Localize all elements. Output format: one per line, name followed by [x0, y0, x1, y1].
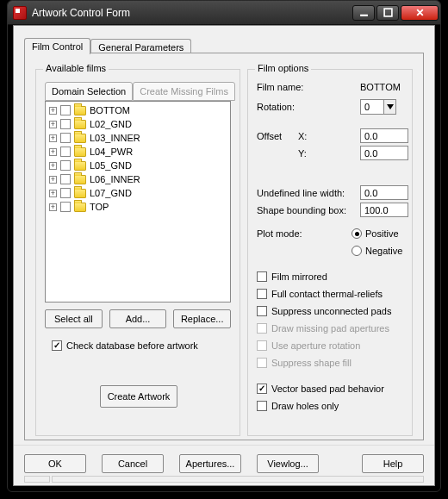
- help-button[interactable]: Help: [362, 454, 424, 473]
- tree-item[interactable]: +L02_GND: [47, 117, 228, 131]
- svg-rect-1: [384, 9, 392, 16]
- maximize-button[interactable]: [376, 5, 399, 21]
- suppress-pads-row[interactable]: Suppress unconnected pads: [257, 304, 391, 318]
- tree-checkbox[interactable]: [60, 147, 71, 157]
- vector-pad-row[interactable]: Vector based pad behavior: [257, 382, 384, 396]
- minimize-button[interactable]: [352, 5, 375, 21]
- title-bar[interactable]: Artwork Control Form: [8, 1, 440, 25]
- close-button[interactable]: [401, 5, 439, 21]
- tree-checkbox[interactable]: [60, 133, 71, 143]
- plot-mode-label: Plot mode:: [257, 228, 352, 239]
- viewlog-button[interactable]: Viewlog...: [257, 454, 319, 473]
- expand-icon[interactable]: +: [49, 203, 57, 211]
- plot-mode-positive-label: Positive: [365, 228, 399, 239]
- tree-item[interactable]: +L03_INNER: [47, 131, 228, 145]
- tree-item[interactable]: +L04_PWR: [47, 145, 228, 159]
- film-mirrored-checkbox[interactable]: [257, 271, 267, 282]
- offset-label: Offset: [257, 131, 298, 141]
- expand-icon[interactable]: +: [49, 162, 57, 170]
- shape-bounding-box-label: Shape bounding box:: [257, 205, 360, 215]
- app-icon: [13, 6, 27, 20]
- tab-panel: Available films Domain Selection Create …: [24, 53, 424, 440]
- available-films-subtabs: Domain Selection Create Missing Films: [45, 82, 235, 101]
- films-tree[interactable]: +BOTTOM +L02_GND +L03_INNER +L04_PWR +L0…: [45, 101, 231, 303]
- window-title: Artwork Control Form: [32, 7, 351, 19]
- suppress-pads-label: Suppress unconnected pads: [271, 306, 391, 316]
- offset-y-label: Y:: [298, 148, 360, 159]
- check-database-row[interactable]: Check database before artwork: [52, 339, 198, 352]
- offset-y-input[interactable]: 0.0: [360, 146, 408, 160]
- tree-checkbox[interactable]: [60, 188, 71, 198]
- plot-mode-positive-radio[interactable]: [352, 228, 362, 239]
- plot-mode-negative-radio[interactable]: [352, 246, 362, 256]
- separator: [14, 445, 434, 446]
- subtab-domain-selection[interactable]: Domain Selection: [45, 82, 133, 101]
- rotation-select[interactable]: 0: [360, 99, 396, 115]
- tree-checkbox[interactable]: [60, 160, 71, 171]
- expand-icon[interactable]: +: [49, 176, 57, 184]
- rotation-label: Rotation:: [257, 102, 360, 112]
- folder-icon: [74, 189, 86, 198]
- apertures-button[interactable]: Apertures...: [179, 454, 241, 473]
- tree-item[interactable]: +L07_GND: [47, 186, 228, 200]
- undefined-line-width-input[interactable]: 0.0: [360, 185, 408, 200]
- cancel-button[interactable]: Cancel: [102, 454, 164, 473]
- expand-icon[interactable]: +: [49, 148, 57, 156]
- minimize-icon: [359, 8, 369, 17]
- folder-icon: [74, 106, 86, 115]
- film-mirrored-label: Film mirrored: [271, 271, 327, 282]
- add-button[interactable]: Add...: [109, 309, 167, 328]
- available-films-buttons: Select all Add... Replace...: [45, 309, 231, 328]
- tree-item[interactable]: +TOP: [47, 200, 228, 214]
- tree-item[interactable]: +BOTTOM: [47, 103, 228, 117]
- film-options-legend: Film options: [255, 63, 311, 73]
- draw-holes-checkbox[interactable]: [257, 401, 267, 411]
- tree-checkbox[interactable]: [60, 202, 71, 212]
- vector-pad-checkbox[interactable]: [257, 384, 267, 394]
- svg-rect-0: [360, 15, 368, 16]
- draw-holes-row[interactable]: Draw holes only: [257, 399, 339, 413]
- rotation-value: 0: [364, 102, 370, 112]
- subtab-create-missing-films[interactable]: Create Missing Films: [133, 82, 235, 101]
- folder-icon: [74, 175, 86, 184]
- tree-label: L02_GND: [90, 119, 132, 129]
- draw-holes-label: Draw holes only: [271, 401, 339, 411]
- thermal-reliefs-label: Full contact thermal-reliefs: [271, 289, 383, 299]
- ok-button[interactable]: OK: [24, 454, 86, 473]
- status-bar: [24, 476, 424, 483]
- expand-icon[interactable]: +: [49, 121, 57, 128]
- expand-icon[interactable]: +: [49, 134, 57, 142]
- tree-checkbox[interactable]: [60, 119, 71, 129]
- tree-checkbox[interactable]: [60, 105, 71, 115]
- tree-item[interactable]: +L05_GND: [47, 159, 228, 172]
- aperture-rotation-checkbox: [257, 340, 267, 351]
- chevron-down-icon: [383, 100, 395, 114]
- check-database-checkbox[interactable]: [52, 340, 62, 351]
- draw-missing-row: Draw missing pad apertures: [257, 321, 389, 335]
- undefined-line-width-label: Undefined line width:: [257, 188, 360, 198]
- shape-bounding-box-input[interactable]: 100.0: [360, 203, 408, 217]
- tree-label: L06_INNER: [90, 174, 140, 184]
- tree-label: L03_INNER: [90, 133, 140, 143]
- tree-checkbox[interactable]: [60, 174, 71, 184]
- tree-item[interactable]: +L06_INNER: [47, 172, 228, 186]
- draw-missing-label: Draw missing pad apertures: [271, 323, 389, 334]
- tab-film-control[interactable]: Film Control: [24, 38, 90, 54]
- suppress-pads-checkbox[interactable]: [257, 306, 267, 316]
- replace-button[interactable]: Replace...: [173, 309, 231, 328]
- select-all-button[interactable]: Select all: [45, 309, 103, 328]
- folder-icon: [74, 161, 86, 171]
- expand-icon[interactable]: +: [49, 107, 57, 115]
- folder-icon: [74, 203, 86, 212]
- film-options-group: Film options Film name: BOTTOM Rotation:…: [247, 69, 413, 436]
- offset-x-input[interactable]: 0.0: [360, 128, 408, 143]
- main-tab-strip: Film Control General Parameters: [24, 36, 191, 53]
- expand-icon[interactable]: +: [49, 190, 57, 197]
- film-mirrored-row[interactable]: Film mirrored: [257, 270, 327, 284]
- suppress-fill-row: Suppress shape fill: [257, 356, 352, 370]
- thermal-reliefs-checkbox[interactable]: [257, 289, 267, 299]
- tree-label: L04_PWR: [90, 147, 133, 157]
- thermal-reliefs-row[interactable]: Full contact thermal-reliefs: [257, 287, 383, 301]
- create-artwork-button[interactable]: Create Artwork: [100, 385, 177, 408]
- folder-icon: [74, 147, 86, 157]
